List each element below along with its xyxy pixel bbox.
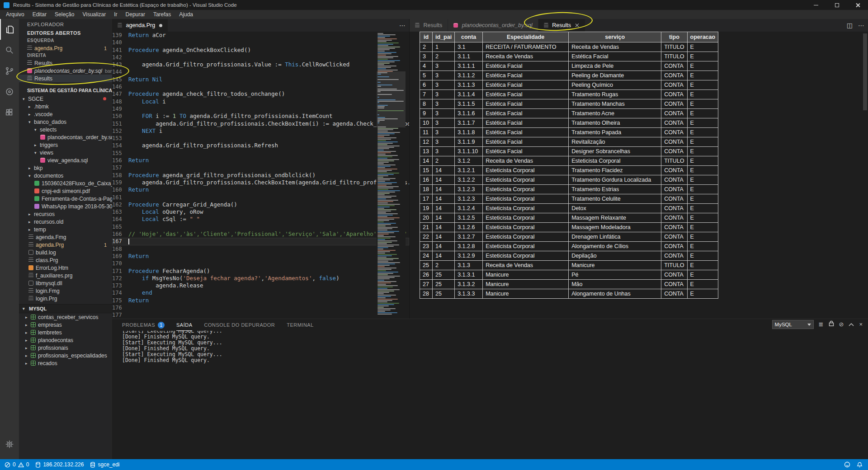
panel-tab-sa-da[interactable]: SAÍDA bbox=[176, 320, 193, 331]
tree-item-libmysql-dll[interactable]: libmysql.dll bbox=[19, 279, 112, 287]
tree-item-agenda-prg[interactable]: agenda.Prg1 bbox=[19, 241, 112, 249]
open-editor-agenda-prg[interactable]: agenda.Prg1 bbox=[19, 44, 112, 52]
mysql-table-contas-receber-servicos[interactable]: ▸contas_receber_servicos bbox=[19, 313, 112, 321]
tree-item-recursos[interactable]: ▸recursos bbox=[19, 210, 112, 218]
mysql-table-planodecontas[interactable]: ▸planodecontas bbox=[19, 336, 112, 344]
mysql-table-lembretes[interactable]: ▸lembretes bbox=[19, 329, 112, 336]
table-cell: CONTA bbox=[661, 194, 687, 204]
tree-item-recursos-old[interactable]: ▸recursos.old bbox=[19, 218, 112, 226]
tree-item-hbmk[interactable]: ▸.hbmk bbox=[19, 103, 112, 110]
lock-scroll-icon[interactable] bbox=[829, 320, 834, 329]
tree-item-banco-dados[interactable]: ▾banco_dados bbox=[19, 118, 112, 126]
open-editor-planodecontas-order-by-sql[interactable]: planodecontas_order_by.sqlbanco... bbox=[19, 67, 112, 75]
activity-bar bbox=[0, 19, 19, 459]
mysql-section-header[interactable]: ▾ MYSQL bbox=[19, 304, 112, 313]
tree-item-login-prg[interactable]: login.Prg bbox=[19, 295, 112, 302]
tree-item-documentos[interactable]: ▾documentos bbox=[19, 172, 112, 179]
close-panel-icon[interactable]: × bbox=[859, 320, 863, 329]
maximize-button[interactable] bbox=[826, 0, 847, 10]
clear-output-icon[interactable]: ⊘ bbox=[839, 320, 844, 329]
table-cell: 3.1.2.6 bbox=[455, 223, 483, 232]
menu-item-visualizar[interactable]: Visualizar bbox=[78, 10, 110, 19]
extensions-icon[interactable] bbox=[0, 102, 19, 123]
mysql-table-recados[interactable]: ▸recados bbox=[19, 359, 112, 367]
left-tab-bar: agenda.Prg ⋯ bbox=[112, 19, 409, 32]
tab-results[interactable]: Results bbox=[410, 19, 448, 32]
table-cell: Receita de Vendas bbox=[569, 42, 661, 52]
panel-tab-problemas[interactable]: PROBLEMAS1 bbox=[122, 322, 165, 329]
panel-tab-console-do-depurador[interactable]: CONSOLE DO DEPURADOR bbox=[204, 322, 275, 328]
minimap-slider[interactable] bbox=[377, 71, 406, 127]
tree-item-ferramenta-de-contas-a-pagar[interactable]: Ferramenta-de-Contas-a-Pagar-... bbox=[19, 195, 112, 202]
menu-item-depurar[interactable]: Depurar bbox=[122, 10, 149, 19]
more-actions-icon[interactable]: ⋯ bbox=[858, 19, 864, 32]
tree-item-login-fmg[interactable]: login.Fmg bbox=[19, 287, 112, 295]
tree-item-whatsapp-image-2018-05-30-at[interactable]: WhatsApp Image 2018-05-30 at ... bbox=[19, 202, 112, 210]
source-control-icon[interactable] bbox=[0, 61, 19, 81]
close-button[interactable] bbox=[847, 0, 868, 10]
explorer-icon[interactable] bbox=[0, 19, 19, 40]
menu-item-sele-o[interactable]: Seleção bbox=[51, 10, 78, 19]
mysql-table-empresas[interactable]: ▸empresas bbox=[19, 321, 112, 329]
tree-item-cnpj-edi-simeoni-pdf[interactable]: cnpj-edi simeoni.pdf bbox=[19, 187, 112, 195]
tree-item-planodecontas-order-by-sql[interactable]: planodecontas_order_by.sql bbox=[19, 133, 112, 141]
workspace-header[interactable]: SISTEMA DE GESTÃO PARA CLÍNICAS DE ES... bbox=[19, 86, 112, 95]
menu-item-tarefas[interactable]: Tarefas bbox=[149, 10, 175, 19]
mysql-table-profissionais-especialidades[interactable]: ▸profissionais_especialidades bbox=[19, 352, 112, 359]
settings-gear-icon[interactable] bbox=[0, 434, 19, 455]
word-wrap-icon[interactable]: ≣ bbox=[819, 320, 824, 329]
tree-item-errorlog-htm[interactable]: ErrorLog.Htm bbox=[19, 264, 112, 272]
open-editor-results[interactable]: Results bbox=[19, 59, 112, 67]
database-status[interactable]: sgce_edi bbox=[90, 461, 119, 468]
feedback-smiley-icon[interactable] bbox=[844, 461, 850, 468]
tree-item-bkp[interactable]: ▸bkp bbox=[19, 164, 112, 172]
tree-item-sgce[interactable]: ▾SGCE bbox=[19, 95, 112, 103]
mysql-table-profissionais[interactable]: ▸profissionais bbox=[19, 344, 112, 352]
column-header-conta: conta bbox=[455, 32, 483, 42]
problems-status[interactable]: 0 0 bbox=[5, 461, 29, 468]
tree-item-agenda-fmg[interactable]: agenda.Fmg bbox=[19, 233, 112, 241]
tree-item-view-agenda-sql[interactable]: view_agenda.sql bbox=[19, 156, 112, 164]
tree-item-temp[interactable]: ▸temp bbox=[19, 226, 112, 233]
tree-item-vscode[interactable]: ▸.vscode bbox=[19, 110, 112, 118]
minimize-button[interactable] bbox=[806, 0, 826, 10]
notifications-bell-icon[interactable] bbox=[857, 461, 863, 468]
tab-planodecontas-order-by-sql[interactable]: planodecontas_order_by.sql bbox=[448, 19, 538, 32]
tree-item-views[interactable]: ▾views bbox=[19, 149, 112, 156]
table-cell: 26 bbox=[420, 270, 433, 280]
more-actions-icon[interactable]: ⋯ bbox=[399, 19, 406, 32]
close-tab-icon[interactable] bbox=[575, 23, 580, 28]
open-editors-header[interactable]: EDITORES ABERTOS bbox=[19, 29, 112, 37]
split-editor-icon[interactable]: ◫ bbox=[847, 19, 853, 32]
tree-item-class-prg[interactable]: class.Prg bbox=[19, 256, 112, 264]
status-bar: 0 0 186.202.132.226 sgce_edi bbox=[0, 459, 868, 470]
maximize-panel-icon[interactable] bbox=[849, 320, 854, 329]
debug-icon[interactable] bbox=[0, 81, 19, 102]
tab-results[interactable]: Results bbox=[538, 19, 585, 32]
panel-tab-label: PROBLEMAS bbox=[122, 322, 155, 328]
tree-item-triggers[interactable]: ▸triggers bbox=[19, 141, 112, 149]
table-row: 323.1.1Receita de VendasEstética FacialT… bbox=[420, 52, 718, 61]
tree-item-selects[interactable]: ▾selects bbox=[19, 126, 112, 133]
tab-agenda-prg[interactable]: agenda.Prg bbox=[112, 19, 168, 32]
output-channel-select[interactable]: MySQL bbox=[772, 320, 814, 329]
results-scrollbar[interactable] bbox=[863, 33, 867, 110]
minimap[interactable] bbox=[377, 32, 406, 319]
table-cell: 6 bbox=[420, 80, 433, 90]
table-cell: E bbox=[687, 109, 718, 118]
menu-item-ajuda[interactable]: Ajuda bbox=[175, 10, 197, 19]
tree-item-f-auxiliares-prg[interactable]: f_auxiliares.prg bbox=[19, 272, 112, 279]
menu-item-arquivo[interactable]: Arquivo bbox=[2, 10, 28, 19]
table-cell: 2 bbox=[433, 156, 455, 166]
search-icon[interactable] bbox=[0, 40, 19, 61]
table-cell: CONTA bbox=[661, 204, 687, 213]
tree-item-build-log[interactable]: build.log bbox=[19, 249, 112, 256]
code-editor[interactable]: 139Return aCor140141Procedure agenda_OnC… bbox=[112, 32, 409, 319]
menu-item-editar[interactable]: Editar bbox=[28, 10, 51, 19]
tree-item-1503602428fluxo-de-caixa-ve[interactable]: 1503602428Fluxo_de_Caixa_-_ve... bbox=[19, 179, 112, 187]
menu-item-ir[interactable]: Ir bbox=[110, 10, 121, 19]
mysql-host-status[interactable]: 186.202.132.226 bbox=[35, 461, 84, 468]
panel-tab-terminal[interactable]: TERMINAL bbox=[287, 322, 314, 328]
open-editor-results[interactable]: Results bbox=[19, 75, 112, 82]
output-log[interactable]: [Start] Executing MySQL query...[Done] F… bbox=[122, 331, 863, 459]
